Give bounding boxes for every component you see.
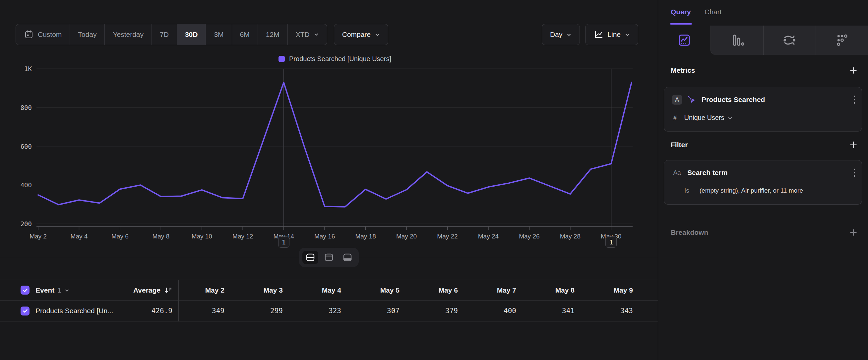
svg-text:May 24: May 24 (478, 233, 499, 240)
plus-icon (849, 140, 858, 149)
tab-retention[interactable] (816, 26, 868, 55)
kebab-menu-icon[interactable] (853, 168, 856, 178)
filter-card[interactable]: Aa Search term Is (empty string), Air pu… (664, 160, 862, 204)
date-range-12m[interactable]: 12M (258, 24, 287, 45)
plus-icon (849, 66, 858, 75)
cell-value: 343 (575, 307, 633, 315)
svg-text:May 6: May 6 (112, 233, 129, 240)
date-column-header[interactable]: May 5 (341, 286, 400, 294)
date-range-6m[interactable]: 6M (232, 24, 258, 45)
date-range-today[interactable]: Today (70, 24, 104, 45)
event-action-icon (687, 95, 696, 104)
tab-flows[interactable] (763, 26, 816, 55)
svg-text:1K: 1K (24, 65, 32, 73)
annotation-badge[interactable]: 1 (278, 237, 289, 248)
date-column-header[interactable]: May 6 (400, 286, 458, 294)
report-type-tabs (658, 26, 868, 55)
date-column-header[interactable]: May 7 (458, 286, 516, 294)
layout-chart-button[interactable] (321, 251, 337, 264)
date-column-header[interactable]: May 2 (178, 286, 224, 294)
svg-text:May 12: May 12 (232, 233, 253, 240)
chevron-down-icon (566, 32, 571, 37)
line-chart[interactable]: 1K800600400200May 2May 4May 6May 8May 10… (0, 47, 658, 259)
cell-value: 379 (400, 307, 458, 315)
metric-name[interactable]: Products Searched (702, 95, 765, 104)
row-checkbox[interactable] (21, 307, 30, 315)
date-column-header[interactable]: May 3 (224, 286, 283, 294)
date-range-selector: CustomTodayYesterday7D30D3M6M12MXTD (16, 24, 327, 45)
funnels-icon (730, 32, 745, 48)
date-range-30d[interactable]: 30D (177, 24, 206, 45)
date-range-xtd[interactable]: XTD (287, 24, 327, 45)
tab-funnels[interactable] (711, 26, 763, 55)
cell-value: 299 (224, 307, 283, 315)
average-header-label[interactable]: Average (133, 286, 160, 294)
metric-letter-badge: A (672, 95, 682, 105)
filter-value[interactable]: (empty string), Air purifier, or 11 more (700, 187, 803, 194)
svg-text:400: 400 (21, 181, 32, 189)
date-range-label: 12M (266, 31, 279, 38)
tab-insights[interactable] (658, 26, 711, 55)
retention-icon (835, 32, 850, 48)
layout-table-button[interactable] (340, 251, 355, 264)
filter-heading: Filter (671, 141, 688, 149)
layout-split-button[interactable] (302, 251, 318, 264)
select-all-checkbox[interactable] (21, 286, 30, 295)
date-column-header[interactable]: May 9 (575, 286, 633, 294)
svg-text:May 20: May 20 (396, 233, 417, 240)
date-range-3m[interactable]: 3M (206, 24, 231, 45)
metric-card[interactable]: A Products Searched # Unique Users (664, 87, 862, 132)
kebab-menu-icon[interactable] (853, 95, 856, 105)
svg-text:600: 600 (21, 143, 32, 150)
date-range-label: 6M (240, 31, 250, 38)
cell-value: 323 (283, 307, 341, 315)
svg-text:May 18: May 18 (355, 233, 376, 240)
svg-text:May 8: May 8 (152, 233, 169, 240)
line-chart-icon (593, 30, 603, 39)
results-table: Event 1 Average May 2May 3May 4May 5May … (0, 280, 658, 322)
sort-descending-icon[interactable] (164, 286, 173, 294)
toolbar: CustomTodayYesterday7D30D3M6M12MXTD Comp… (16, 24, 638, 45)
compare-button[interactable]: Compare (334, 24, 388, 45)
svg-text:May 10: May 10 (192, 233, 212, 240)
filter-property-name[interactable]: Search term (687, 169, 727, 177)
date-range-7d[interactable]: 7D (152, 24, 177, 45)
cell-value: 400 (458, 307, 516, 315)
compare-label: Compare (342, 31, 371, 38)
row-average-value: 426.9 (152, 307, 173, 315)
chart-type-button[interactable]: Line (585, 24, 638, 45)
cell-value: 341 (516, 307, 575, 315)
insights-icon (677, 32, 692, 48)
add-filter-button[interactable] (848, 139, 859, 150)
add-breakdown-button[interactable] (848, 227, 859, 238)
plus-icon (849, 228, 858, 237)
cell-value: 349 (178, 307, 224, 315)
svg-text:May 28: May 28 (560, 233, 581, 240)
tab-query[interactable]: Query (671, 8, 691, 16)
cell-value: 307 (341, 307, 400, 315)
table-only-icon (343, 253, 352, 261)
event-count: 1 (57, 286, 61, 294)
tab-chart[interactable]: Chart (705, 8, 721, 16)
annotation-badge[interactable]: 1 (606, 237, 617, 248)
check-icon (22, 308, 28, 314)
svg-text:May 26: May 26 (519, 233, 539, 240)
granularity-button[interactable]: Day (542, 24, 580, 45)
date-range-yesterday[interactable]: Yesterday (104, 24, 152, 45)
table-row[interactable]: Products Searched [Un... 426.9 349299323… (0, 300, 658, 322)
date-range-label: 3M (214, 31, 223, 38)
add-metric-button[interactable] (848, 65, 859, 76)
event-header-label[interactable]: Event (35, 286, 54, 294)
breakdown-heading: Breakdown (671, 228, 708, 237)
date-range-label: Yesterday (113, 31, 144, 38)
date-column-header[interactable]: May 4 (283, 286, 341, 294)
svg-text:May 2: May 2 (30, 233, 47, 240)
filter-operator[interactable]: Is (684, 187, 689, 194)
svg-text:200: 200 (21, 220, 32, 227)
chevron-down-icon[interactable] (64, 288, 70, 293)
layout-toggle (299, 248, 359, 267)
date-column-header[interactable]: May 8 (516, 286, 575, 294)
date-range-custom[interactable]: Custom (16, 24, 70, 45)
date-range-label: 30D (185, 31, 198, 38)
aggregation-selector[interactable]: Unique Users (684, 114, 724, 121)
